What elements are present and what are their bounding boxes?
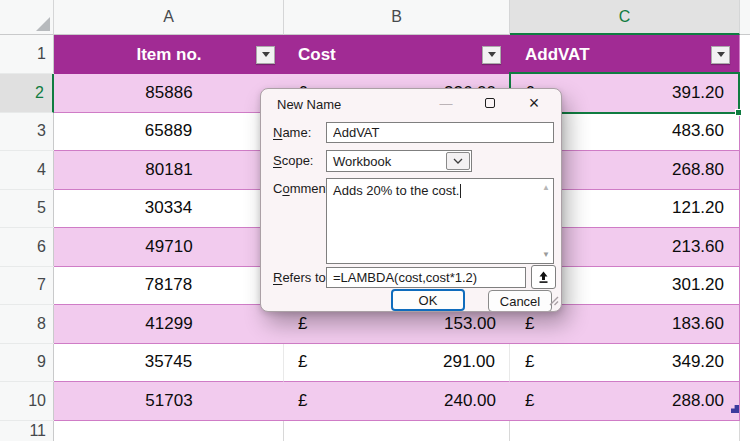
cell-a8[interactable]: 41299 [54, 305, 284, 344]
row-headers: 1 2 3 4 5 6 7 8 9 10 11 [0, 35, 54, 441]
column-header-a[interactable]: A [54, 0, 284, 35]
table-row: 35745 £291.00 £349.20 [54, 344, 740, 383]
row-header-5[interactable]: 5 [0, 190, 54, 229]
excel-worksheet: A B C 1 2 3 4 5 6 7 8 9 10 11 Item no. C… [0, 0, 750, 441]
column-header-c[interactable]: C [510, 0, 740, 35]
collapse-dialog-button[interactable] [531, 265, 556, 289]
label-text: ame: [282, 125, 311, 140]
table-header-item-no[interactable]: Item no. [54, 35, 284, 74]
dialog-title: New Name [277, 97, 341, 112]
currency-symbol: £ [298, 391, 307, 411]
currency-symbol: £ [525, 352, 534, 372]
maximize-icon [485, 98, 495, 108]
filter-dropdown-icon [717, 52, 725, 57]
cell-a6[interactable]: 49710 [54, 228, 284, 267]
scope-dropdown[interactable]: Workbook [326, 150, 472, 172]
filter-button-addvat[interactable] [711, 46, 730, 64]
close-icon: × [529, 93, 540, 114]
select-all-button[interactable] [0, 0, 54, 35]
cell-value: 268.80 [672, 160, 724, 180]
cell-a5[interactable]: 30334 [54, 190, 284, 229]
row-header-11[interactable]: 11 [0, 421, 54, 441]
row-header-3[interactable]: 3 [0, 113, 54, 152]
name-label: Name: [273, 125, 311, 140]
header-label: AddVAT [525, 45, 590, 65]
currency-symbol: £ [298, 352, 307, 372]
resize-grip-icon [547, 294, 559, 306]
minimize-button[interactable]: — [429, 89, 463, 117]
filter-button-item-no[interactable] [256, 46, 275, 64]
table-header-addvat[interactable]: AddVAT [510, 35, 740, 74]
scope-label: Scope: [273, 153, 313, 168]
comment-textarea[interactable]: Adds 20% to the cost. ▲ ▼ [326, 178, 554, 264]
row-header-10[interactable]: 10 [0, 382, 54, 421]
filter-dropdown-icon [488, 52, 496, 57]
select-all-triangle-icon [36, 17, 50, 31]
cell-b10[interactable]: £240.00 [284, 382, 510, 421]
ok-button[interactable]: OK [391, 289, 465, 311]
cell-c9[interactable]: £349.20 [510, 344, 740, 383]
row-header-9[interactable]: 9 [0, 344, 54, 383]
chevron-down-icon [453, 158, 463, 164]
text-caret [460, 184, 461, 198]
table-header-cost[interactable]: Cost [284, 35, 510, 74]
fill-handle[interactable] [735, 109, 742, 116]
filter-dropdown-icon [262, 52, 270, 57]
name-input[interactable] [326, 122, 554, 143]
filter-button-cost[interactable] [482, 46, 501, 64]
new-name-dialog: New Name — × Name: Scope: Workbook Comme… [260, 88, 562, 312]
minimize-icon: — [440, 96, 453, 111]
cell-b11[interactable] [284, 421, 510, 441]
currency-symbol: £ [525, 391, 534, 411]
cell-a10[interactable]: 51703 [54, 382, 284, 421]
cell-value: 183.60 [672, 314, 724, 334]
row-header-2[interactable]: 2 [0, 74, 54, 113]
cell-value: 349.20 [672, 352, 724, 372]
cell-a9[interactable]: 35745 [54, 344, 284, 383]
row-header-8[interactable]: 8 [0, 305, 54, 344]
cell-a3[interactable]: 65889 [54, 113, 284, 152]
cell-c10[interactable]: £288.00 [510, 382, 740, 421]
comment-text: Adds 20% to the cost. [333, 183, 459, 198]
comment-label: Comment: [273, 181, 333, 196]
close-button[interactable]: × [517, 89, 551, 117]
label-text: C [273, 181, 282, 196]
cell-c11[interactable] [510, 421, 740, 441]
cell-a4[interactable]: 80181 [54, 151, 284, 190]
currency-symbol: £ [298, 314, 307, 334]
dialog-titlebar[interactable]: New Name — × [261, 89, 561, 119]
accel-key: R [273, 270, 282, 285]
cell-b9[interactable]: £291.00 [284, 344, 510, 383]
row-header-7[interactable]: 7 [0, 267, 54, 306]
cell-a2[interactable]: 85886 [54, 74, 284, 113]
scroll-down-icon[interactable]: ▼ [542, 250, 550, 259]
cell-value: 240.00 [444, 391, 496, 411]
cell-a7[interactable]: 78178 [54, 267, 284, 306]
dialog-resize-grip[interactable] [547, 294, 559, 309]
cell-value: 301.20 [672, 275, 724, 295]
maximize-button[interactable] [473, 89, 507, 117]
header-label: Item no. [136, 45, 201, 65]
refers-to-input[interactable] [326, 267, 526, 288]
cell-value: 288.00 [672, 391, 724, 411]
cancel-button[interactable]: Cancel [488, 290, 552, 312]
label-text: efers to: [282, 270, 329, 285]
refers-to-label: Refers to: [273, 270, 329, 285]
header-label: Cost [298, 45, 336, 65]
table-row: 51703 £240.00 £288.00 [54, 382, 740, 421]
column-header-b[interactable]: B [284, 0, 510, 35]
cell-a11[interactable] [54, 421, 284, 441]
cell-value: 291.00 [443, 352, 495, 372]
row-header-1[interactable]: 1 [0, 35, 54, 74]
empty-row-11 [54, 421, 740, 441]
cell-value: 213.60 [672, 237, 724, 257]
cell-value: 153.00 [444, 314, 496, 334]
accel-key: N [273, 125, 282, 140]
row-header-6[interactable]: 6 [0, 228, 54, 267]
row-header-4[interactable]: 4 [0, 151, 54, 190]
cell-value: 391.20 [672, 83, 724, 103]
accel-key: o [282, 181, 289, 196]
label-text: cope: [282, 153, 314, 168]
scroll-up-icon[interactable]: ▲ [542, 183, 550, 192]
dropdown-button[interactable] [446, 152, 470, 170]
